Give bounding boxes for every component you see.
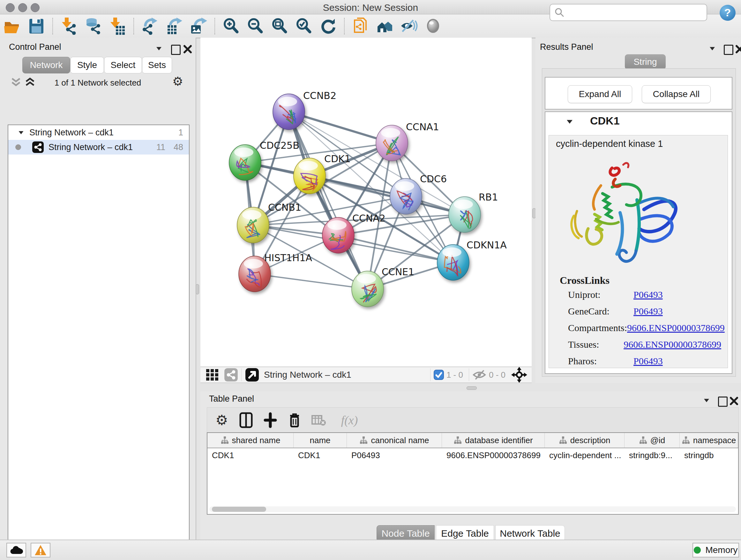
add-column-icon[interactable] [261,411,280,430]
crosslink-link[interactable]: P06493 [633,289,663,300]
export-table-file-icon [165,17,183,35]
collapse-all-button[interactable]: Collapse All [642,85,711,103]
column-header-database-identifier[interactable]: database identifier [442,433,545,448]
network-tree-root-row[interactable]: String Network – cdk1 1 [8,125,189,140]
expand-all-button[interactable]: Expand All [568,85,632,103]
node-label-CCNB1: CCNB1 [268,202,301,213]
zoom-out-button[interactable] [245,17,266,36]
results-panel-collapse-icon[interactable] [710,47,715,50]
import-network-database-button[interactable] [83,17,104,36]
svg-text:?: ? [724,6,731,18]
network-collection-label: String Network – cdk1 [29,128,114,138]
hidden-eye-icon[interactable] [472,369,486,381]
delete-table-icon[interactable] [309,411,328,430]
help-icon: ? [719,4,736,21]
share-network-icon[interactable] [224,368,238,382]
export-network-file-button[interactable] [140,17,160,36]
current-network-bullet-icon [15,144,21,150]
export-table-file-button[interactable] [164,17,185,36]
tab-sets[interactable]: Sets [142,57,172,73]
string-document-button[interactable] [350,17,371,36]
results-panel-float-icon[interactable] [724,45,733,55]
delete-column-trash-icon[interactable] [285,411,304,430]
zoom-in-button[interactable] [221,17,241,36]
inspector-orb-button[interactable] [423,17,444,36]
column-header-id[interactable]: @id [624,433,680,448]
left-splitter-handle[interactable] [196,284,199,294]
tab-select[interactable]: Select [104,57,142,73]
column-label: description [570,435,610,445]
import-network-file-button[interactable] [59,17,79,36]
column-header-description[interactable]: description [545,433,624,448]
edge-HIST1H1A-CCNE1[interactable] [255,274,367,289]
save-session-button[interactable] [26,17,47,36]
open-in-window-icon[interactable] [245,368,259,382]
node-CCNA1[interactable]: CCNA1 [376,121,439,161]
memory-label: Memory [705,545,738,555]
warning-button[interactable] [30,543,51,557]
table-panel-collapse-icon[interactable] [704,399,709,402]
crosslink-link[interactable]: P06493 [633,306,663,317]
table-settings-gear-icon[interactable]: ⚙ [212,411,231,430]
crosslink-link[interactable]: 9606.ENSP00000378699 [627,322,725,333]
network-canvas[interactable]: CCNB2CCNA1CDC25BCDK1CDC6RB1CCNB1CCNA2CDK… [200,38,532,367]
table-row[interactable]: CDK1CDK1P064939606.ENSP00000378699cyclin… [207,448,738,462]
search-input[interactable] [567,7,703,18]
function-builder-icon[interactable]: f(x) [333,411,365,430]
open-session-button[interactable] [2,17,22,36]
gene-collapse-icon[interactable] [567,120,572,124]
network-tree-row-selected[interactable]: String Network – cdk1 11 48 [8,140,189,154]
node-RB1[interactable]: RB1 [449,192,498,233]
export-network-file-icon [141,17,158,35]
tab-string[interactable]: String [625,54,666,70]
zoom-fit-button[interactable] [269,17,290,36]
node-navigator-move-icon[interactable] [511,367,527,383]
crosslink-link[interactable]: P06493 [633,356,663,367]
column-label: name [310,435,330,445]
birds-eye-grid-icon[interactable] [205,368,219,382]
horizontal-splitter-handle[interactable] [467,386,477,390]
table-cell: stringdb [680,448,738,462]
control-panel-float-icon[interactable] [171,45,181,55]
scrollbar-thumb[interactable] [212,507,266,512]
network-selection-status: 1 of 1 Network selected [0,78,196,88]
import-table-file-button[interactable] [107,17,128,36]
home-button[interactable] [375,17,395,36]
toolbar-separator [133,18,134,35]
export-image-button[interactable] [188,17,209,36]
control-panel-close-icon[interactable] [183,45,192,54]
node-CCNA2[interactable]: CCNA2 [322,212,386,253]
split-column-icon[interactable] [237,411,256,430]
cloud-button[interactable] [6,543,26,557]
hide-glasses-button[interactable] [399,17,419,36]
selected-checkbox-icon[interactable] [434,370,444,380]
column-label: database identifier [465,435,533,445]
column-header-shared-name[interactable]: shared name [207,433,293,448]
refresh-view-button[interactable] [318,17,338,36]
network-graph[interactable]: CCNB2CCNA1CDC25BCDK1CDC6RB1CCNB1CCNA2CDK… [200,38,532,367]
help-button[interactable]: ? [719,4,736,21]
tab-network[interactable]: Network [22,57,70,73]
node-CDKN1A[interactable]: CDKN1A [437,240,507,280]
column-header-canonical-name[interactable]: canonical name [347,433,442,448]
column-header-namespace[interactable]: namespace [680,433,738,448]
column-header-name[interactable]: name [293,433,347,448]
tab-style[interactable]: Style [70,57,104,73]
search-icon [554,7,565,18]
tree-collapse-icon[interactable] [19,131,23,134]
memory-button[interactable]: Memory [692,543,739,557]
table-panel-close-icon[interactable] [730,396,738,406]
table-panel-float-icon[interactable] [718,396,728,407]
table-horizontal-scrollbar[interactable] [209,506,736,512]
control-panel-collapse-icon[interactable] [156,47,161,50]
node-CCNE1[interactable]: CCNE1 [352,266,414,307]
network-options-gear-icon[interactable]: ⚙ [172,75,183,87]
zoom-selected-button[interactable] [293,17,314,36]
crosslink-link[interactable]: 9606.ENSP00000378699 [623,339,721,350]
node-label-CCNE1: CCNE1 [382,266,414,277]
node-HIST1H1A[interactable]: HIST1H1A [239,252,313,292]
results-panel-close-icon[interactable] [735,45,741,54]
expand-collapse-bar: Expand All Collapse All [545,77,732,110]
column-type-icon [220,436,229,444]
column-label: @id [650,435,665,445]
